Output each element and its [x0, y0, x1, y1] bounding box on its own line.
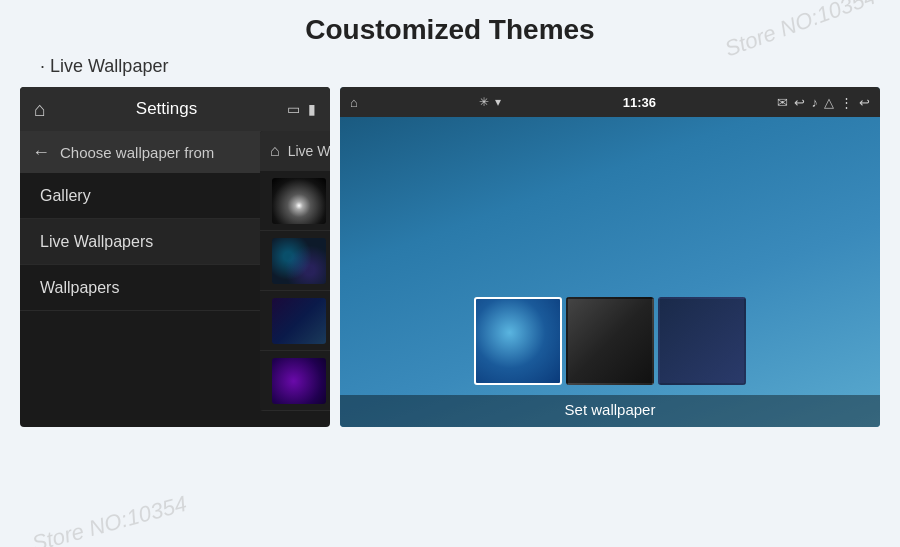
livewallpaper-popup: ⌂ Live Wallpa... ⊞ Black Hole Bubbles Ho… [260, 131, 330, 411]
wallpaper-item-blackhole[interactable]: Black Hole [260, 171, 330, 231]
set-wallpaper-button[interactable]: Set wallpaper [565, 401, 656, 418]
bt-icon: ✳ [479, 95, 489, 109]
preview-thumbs [340, 287, 880, 395]
monitor-icon[interactable]: ▭ [287, 101, 300, 117]
preview-background: Set wallpaper [340, 117, 880, 427]
preview-thumb-darkblue[interactable] [658, 297, 746, 385]
statusbar-icons-right: ✉ ↩ ♪ △ ⋮ ↩ [777, 95, 870, 110]
wallpaper-item-bubbles[interactable]: Bubbles [260, 231, 330, 291]
settings-topbar: ⌂ Settings ▭ ▮ [20, 87, 330, 131]
wallpaper-thumb-blackhole [272, 178, 326, 224]
content-area: ⌂ Settings ▭ ▮ ← Choose wallpaper from G… [0, 87, 900, 427]
statusbar-icons-left: ✳ ▾ [479, 95, 501, 109]
watermark-bottom: Store NO:10354 [29, 491, 189, 547]
preview-statusbar: ⌂ ✳ ▾ 11:36 ✉ ↩ ♪ △ ⋮ ↩ [340, 87, 880, 117]
topbar-icons: ▭ ▮ [287, 101, 316, 117]
preview-thumb-dark[interactable] [566, 297, 654, 385]
statusbar-home-icon[interactable]: ⌂ [350, 95, 358, 110]
home-icon[interactable]: ⌂ [34, 98, 46, 121]
triangle-icon: △ [824, 95, 834, 110]
popup-topbar: ⌂ Live Wallpa... ⊞ [260, 131, 330, 171]
settings-title: Settings [56, 99, 277, 119]
settings-panel: ⌂ Settings ▭ ▮ ← Choose wallpaper from G… [20, 87, 330, 427]
choose-wallpaper-label: Choose wallpaper from [60, 144, 214, 161]
page-title: Coustomized Themes [0, 0, 900, 56]
wifi-icon: ▾ [495, 95, 501, 109]
back-arrow-icon[interactable]: ← [32, 142, 50, 163]
statusbar-time: 11:36 [623, 95, 656, 110]
back-icon[interactable]: ↩ [859, 95, 870, 110]
subtitle-live-wallpaper: Live Wallpaper [0, 56, 900, 87]
return-icon: ↩ [794, 95, 805, 110]
battery-icon: ▮ [308, 101, 316, 117]
popup-title: Live Wallpa... [288, 143, 330, 159]
wallpaper-item-holospiral[interactable]: Holo Spiral [260, 291, 330, 351]
preview-panel: ⌂ ✳ ▾ 11:36 ✉ ↩ ♪ △ ⋮ ↩ Set wa [340, 87, 880, 427]
wallpaper-thumb-bubbles [272, 238, 326, 284]
wallpaper-thumb-phasebeam [272, 358, 326, 404]
mail-icon: ✉ [777, 95, 788, 110]
preview-thumb-selected[interactable] [474, 297, 562, 385]
wallpaper-item-phasebeam[interactable]: Phase Beam [260, 351, 330, 411]
popup-home-icon[interactable]: ⌂ [270, 142, 280, 160]
menu-dots-icon[interactable]: ⋮ [840, 95, 853, 110]
set-wallpaper-area: Set wallpaper [340, 395, 880, 427]
volume-icon: ♪ [811, 95, 818, 110]
wallpaper-thumb-holospiral [272, 298, 326, 344]
